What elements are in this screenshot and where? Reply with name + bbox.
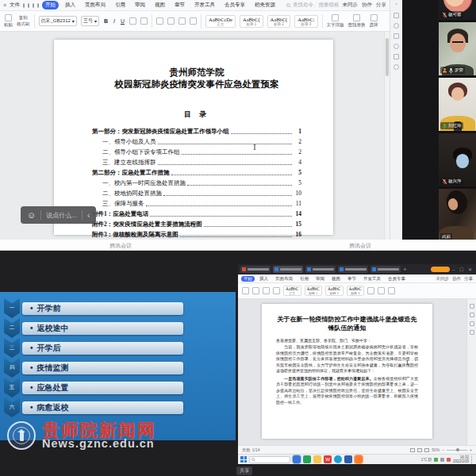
font-name-select[interactable]: 仿宋_GB2312 ▾ xyxy=(39,16,77,26)
help-panel-icon[interactable] xyxy=(393,54,399,60)
outline-view-icon[interactable] xyxy=(424,448,429,452)
menu-tab-insert[interactable]: 插入 xyxy=(62,1,79,10)
document-page-2[interactable]: 关于在新一轮疫情防控工作中建强战斗堡垒锻造先锋队伍的通知 各基层党委、直属党支部… xyxy=(262,304,432,439)
copy-button[interactable]: 复制 xyxy=(19,15,28,21)
taskbar-app-active-window[interactable] xyxy=(293,455,301,463)
redo-icon[interactable] xyxy=(37,3,39,8)
zoom-slider-knob[interactable] xyxy=(456,448,459,451)
zoom-out-button[interactable]: − xyxy=(442,447,444,452)
taskbar-clock[interactable]: 16:32 2022/2/25 xyxy=(453,455,469,463)
new-tab-button[interactable]: + xyxy=(403,266,407,273)
style-chip-h2[interactable]: AaBbC( 标题 2 xyxy=(267,15,291,28)
zoom-slider[interactable] xyxy=(447,450,467,451)
select-tool[interactable]: 选择 xyxy=(370,14,378,28)
typesetting-tool[interactable]: 文字排版 xyxy=(327,14,344,28)
upgrade-member-button[interactable] xyxy=(431,267,450,272)
file-menu[interactable]: 文件 xyxy=(10,2,20,9)
menu-tab-view[interactable]: 视图 xyxy=(329,276,343,282)
taskbar-app-monitor[interactable] xyxy=(344,455,352,463)
vertical-scrollbar[interactable] xyxy=(384,32,390,240)
menu-tab-dev-tools[interactable]: 开发工具 xyxy=(191,1,218,10)
document-tab[interactable] xyxy=(370,266,401,273)
underline-button[interactable]: U xyxy=(120,18,125,24)
menu-tab-section[interactable]: 章节 xyxy=(345,276,359,282)
page-view-icon[interactable] xyxy=(410,448,415,452)
comment-panel-icon[interactable] xyxy=(470,313,474,317)
video-thumbnail[interactable]: 杨兴萍 xyxy=(439,133,476,186)
menu-tab-view[interactable]: 视图 xyxy=(152,1,168,10)
settings-gear-icon[interactable] xyxy=(470,330,474,335)
font-size-select[interactable]: 三号 ▾ xyxy=(81,16,99,26)
number-list-icon[interactable] xyxy=(167,17,175,25)
share-button[interactable]: 分享 xyxy=(376,2,386,9)
tools-panel-icon[interactable] xyxy=(470,321,474,326)
menu-tab-references[interactable]: 引用 xyxy=(298,276,311,282)
bullet-list-icon[interactable] xyxy=(263,287,270,294)
style-chip[interactable]: AaBbC标题 3 xyxy=(347,286,365,296)
command-search[interactable]: 查找命令、搜索模板 xyxy=(286,2,340,9)
menu-tab-section[interactable]: 章节 xyxy=(171,1,188,10)
show-desktop-button[interactable] xyxy=(471,455,474,464)
video-thumbnail[interactable]: 罗荣 xyxy=(439,22,476,75)
font-color-icon[interactable] xyxy=(140,17,148,25)
history-panel-icon[interactable] xyxy=(393,44,399,49)
menu-tab-review[interactable]: 审阅 xyxy=(313,276,327,282)
video-thumbnail[interactable]: 杨可馨 xyxy=(439,0,476,20)
web-view-icon[interactable] xyxy=(417,448,422,452)
tray-icon-red[interactable] xyxy=(447,458,451,462)
taskbar-app-folder[interactable] xyxy=(313,455,321,463)
menu-tab-review[interactable]: 审阅 xyxy=(132,1,148,10)
share-button[interactable]: 分享 xyxy=(464,276,473,282)
document-page[interactable]: 贵州师范学院 校园新冠肺炎疫情突发事件应急处置预案 目 录 第一部分：突发新冠肺… xyxy=(54,40,333,235)
bold-button[interactable]: B xyxy=(103,18,109,24)
menu-tab-page-layout[interactable]: 页面布局 xyxy=(273,276,295,282)
undo-icon[interactable] xyxy=(33,3,34,8)
zoom-in-button[interactable]: + xyxy=(470,447,472,452)
paste-icon[interactable] xyxy=(242,287,249,294)
menu-tab-member[interactable]: 会员专享 xyxy=(221,1,248,10)
emoji-icon[interactable]: ☺ xyxy=(27,210,36,220)
comment-panel-icon[interactable] xyxy=(393,23,399,29)
document-tab[interactable] xyxy=(273,266,303,273)
menu-tab-insert[interactable]: 插入 xyxy=(257,276,271,282)
document-tab[interactable] xyxy=(240,266,271,273)
edit-panel-icon[interactable] xyxy=(393,13,399,18)
menu-tab-docer[interactable]: 稻壳资源 xyxy=(251,1,278,10)
taskbar-app-browser[interactable] xyxy=(334,455,342,463)
menu-tab-page-layout[interactable]: 页面布局 xyxy=(82,1,109,10)
windows-start-button[interactable] xyxy=(240,456,247,463)
menu-tab-home[interactable]: 开始 xyxy=(241,276,255,282)
tools-panel-icon[interactable] xyxy=(393,33,399,39)
tray-icon-green[interactable] xyxy=(434,458,438,462)
menu-tab-member[interactable]: 会员专享 xyxy=(386,276,408,282)
collapse-chevron-icon[interactable]: ‹ xyxy=(87,211,90,220)
edit-panel-icon[interactable] xyxy=(470,304,474,309)
taskbar-app-sharing-active[interactable] xyxy=(355,455,363,463)
save-icon[interactable] xyxy=(23,3,25,8)
collapse-caret-icon[interactable]: ⌃ xyxy=(394,2,398,8)
style-chip[interactable]: AaBbC标题 1 xyxy=(305,286,323,296)
settings-gear-icon[interactable] xyxy=(393,64,399,70)
tray-icon[interactable] xyxy=(440,458,444,462)
bullet-list-icon[interactable] xyxy=(156,17,163,25)
video-thumbnail-active-speaker[interactable]: 刘红玲 xyxy=(439,78,476,131)
align-icon[interactable] xyxy=(273,287,280,294)
format-painter-button[interactable]: 格式刷 xyxy=(17,21,30,27)
menu-tab-references[interactable]: 引用 xyxy=(112,1,129,10)
typesetting-icon[interactable] xyxy=(367,287,374,294)
paste-button[interactable]: 粘贴 xyxy=(4,14,13,28)
taskbar-search-box[interactable] xyxy=(249,456,290,463)
style-chip-body[interactable]: AaBbCcDe 正文 xyxy=(205,15,236,28)
video-thumbnail[interactable]: 武莉 xyxy=(439,189,476,242)
window-controls[interactable]: – ☐ ✕ xyxy=(452,267,474,272)
find-replace-tool[interactable]: 查找替换 xyxy=(348,14,366,28)
style-chip-h3[interactable]: AaBbC: 标题 3 xyxy=(294,15,317,28)
align-icon[interactable] xyxy=(190,17,197,25)
taskbar-app-wps[interactable]: W xyxy=(324,455,332,463)
collab-button[interactable]: 协作 xyxy=(452,276,461,282)
menu-tab-home[interactable]: 开始 xyxy=(42,1,59,10)
style-chip[interactable]: AaBbC标题 2 xyxy=(325,286,344,296)
indent-icon[interactable] xyxy=(178,17,186,25)
menu-tab-dev-tools[interactable]: 开发工具 xyxy=(361,276,383,282)
print-icon[interactable] xyxy=(28,3,29,8)
